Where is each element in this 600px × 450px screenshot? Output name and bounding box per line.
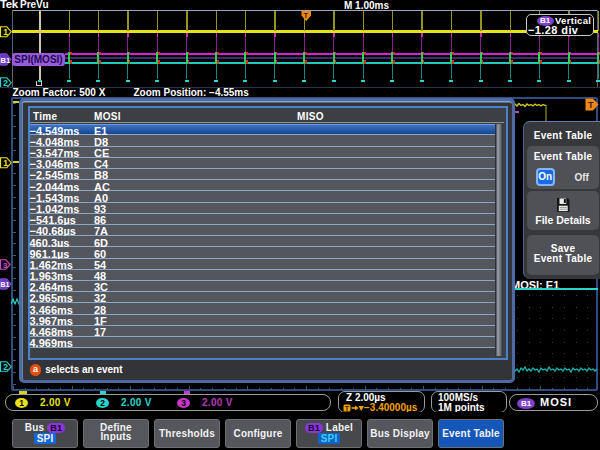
svg-text:T: T	[588, 100, 594, 110]
svg-text:1: 1	[3, 158, 8, 168]
svg-text:T: T	[304, 11, 309, 20]
svg-text:3: 3	[3, 260, 8, 269]
svg-text:B1: B1	[1, 281, 10, 288]
svg-text:B1: B1	[1, 56, 11, 65]
svg-text:1: 1	[3, 27, 8, 37]
svg-text:2: 2	[3, 362, 8, 372]
svg-text:T: T	[345, 405, 350, 412]
